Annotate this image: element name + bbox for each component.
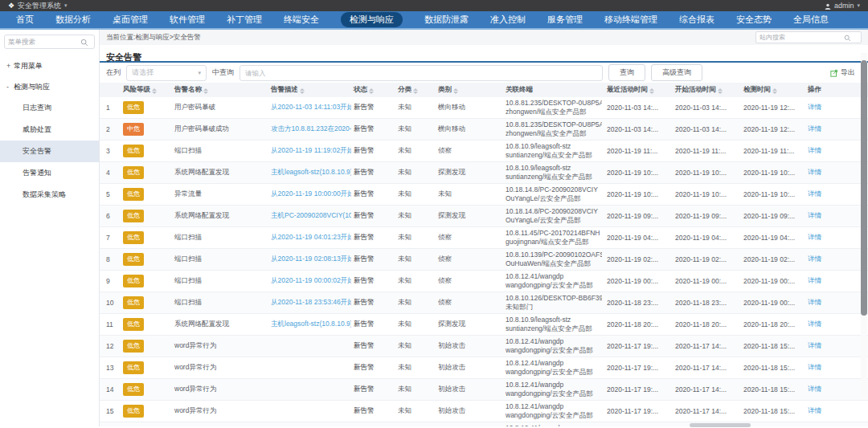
query-button[interactable]: 查询 [608, 64, 645, 81]
nav-item-12[interactable]: 安全态势 [736, 14, 772, 26]
detail-link[interactable]: 详情 [808, 168, 821, 176]
sort-icon[interactable] [453, 88, 458, 94]
table-row[interactable]: 3 低危 端口扫描 从2020-11-19 11:19:02开始到20 新告警 … [100, 141, 868, 162]
sort-icon[interactable] [413, 88, 418, 94]
table-row[interactable]: 8 低危 端口扫描 从2020-11-19 02:08:13开始到20 新告警 … [100, 249, 868, 271]
detail-link[interactable]: 详情 [808, 363, 821, 371]
column-header-2[interactable]: 告警名称 [172, 85, 268, 95]
sort-icon[interactable] [300, 88, 305, 94]
menu-search-input[interactable] [8, 38, 80, 46]
nav-item-8[interactable]: 准入控制 [490, 14, 526, 26]
menu-search-box[interactable] [4, 35, 95, 49]
detail-link[interactable]: 详情 [808, 190, 821, 198]
chevron-down-icon: ▾ [198, 70, 201, 76]
sort-icon[interactable] [772, 88, 777, 94]
alert-description-link[interactable]: 从2020-11-19 10:00:00开始至20 [271, 190, 351, 198]
nav-item-4[interactable]: 补丁管理 [227, 14, 262, 26]
table-row[interactable]: 2 中危 用户密码暴破成功 攻击方10.8.81.232在2020-11-03 … [100, 119, 868, 141]
detail-link[interactable]: 详情 [808, 103, 821, 111]
sort-icon[interactable] [649, 88, 654, 94]
table-row[interactable]: 6 低危 系统网络配置发现 主机PC-20090208VCIY(10.18.14… [100, 206, 868, 227]
sidebar-group[interactable]: +常用菜单 [0, 55, 99, 76]
detail-link[interactable]: 详情 [808, 255, 821, 263]
sidebar-item-数据采集策略[interactable]: 数据采集策略 [0, 184, 99, 206]
export-button[interactable]: 导出 [830, 67, 862, 78]
detail-link[interactable]: 详情 [808, 385, 821, 393]
table-row[interactable]: 10 低危 端口扫描 从2020-11-18 23:53:46开始到20 新告警… [100, 292, 868, 314]
alert-description-link[interactable]: 主机PC-20090208VCIY(10.18.14. [271, 211, 351, 219]
site-search-box[interactable] [755, 31, 862, 43]
alert-description-link[interactable]: 从2020-11-18 23:53:46开始到20 [271, 298, 351, 306]
table-row[interactable]: 14 低危 word异常行为 新告警 未知 初始攻击 10.8.12.41/wa… [100, 379, 868, 401]
query-input-box[interactable] [240, 65, 603, 81]
query-input[interactable] [245, 69, 597, 77]
column-header-9[interactable]: 开始活动时间 [673, 85, 741, 95]
column-header-6[interactable]: 类别 [436, 85, 503, 95]
last-activity-time: 2020-11-03 14:... [604, 104, 673, 112]
detail-link[interactable]: 详情 [808, 211, 821, 219]
brand[interactable]: ❖ 安全管理系统 ▾ [8, 1, 68, 11]
detail-link[interactable]: 详情 [808, 341, 821, 349]
detail-link[interactable]: 详情 [808, 320, 821, 328]
nav-item-6[interactable]: 检测与响应 [341, 12, 403, 27]
column-header-8[interactable]: 最近活动时间 [604, 85, 673, 95]
column-header-1[interactable]: 风险等级 [121, 85, 172, 95]
nav-item-11[interactable]: 综合报表 [679, 14, 714, 26]
row-number: 5 [100, 190, 121, 198]
nav-item-3[interactable]: 软件管理 [170, 14, 205, 26]
nav-item-13[interactable]: 全局信息 [793, 14, 829, 26]
column-select[interactable]: 请选择 ▾ [126, 65, 207, 81]
alert-description-link[interactable]: 从2020-11-03 14:11:03开始至20 [271, 103, 351, 111]
advanced-query-button[interactable]: 高级查询 [651, 64, 702, 81]
sidebar-item-告警通知[interactable]: 告警通知 [0, 162, 99, 184]
nav-item-7[interactable]: 数据防泄露 [424, 14, 469, 26]
detail-link[interactable]: 详情 [808, 124, 821, 132]
nav-item-2[interactable]: 桌面管理 [113, 14, 148, 26]
detail-link[interactable]: 详情 [808, 276, 821, 284]
alert-description-link[interactable]: 主机leagsoft-stz(10.8.10.9)在20 [271, 320, 351, 328]
nav-item-10[interactable]: 移动终端管理 [604, 14, 657, 26]
alert-description-link[interactable]: 从2020-11-19 00:00:02开始到20 [271, 276, 351, 284]
sort-icon[interactable] [152, 88, 157, 94]
table-row[interactable]: 9 低危 端口扫描 从2020-11-19 00:00:02开始到20 新告警 … [100, 271, 868, 292]
site-search-input[interactable] [760, 34, 844, 41]
detail-link[interactable]: 详情 [808, 146, 821, 154]
detail-link[interactable]: 详情 [808, 298, 821, 306]
nav-item-5[interactable]: 终端安全 [284, 14, 319, 26]
sidebar-item-安全告警[interactable]: 安全告警 [0, 141, 99, 162]
sidebar-item-日志查询[interactable]: 日志查询 [0, 97, 99, 119]
user-menu[interactable]: admin ▾ [825, 2, 860, 10]
column-header-4[interactable]: 状态 [351, 85, 395, 95]
nav-item-1[interactable]: 数据分析 [55, 14, 91, 26]
table-row[interactable]: 13 低危 word异常行为 新告警 未知 初始攻击 10.8.12.41/wa… [100, 357, 868, 379]
alert-description-link[interactable]: 从2020-11-19 04:01:23开始到20 [271, 233, 351, 241]
nav-item-9[interactable]: 服务管理 [547, 14, 583, 26]
horizontal-scrollbar-thumb[interactable] [690, 423, 751, 427]
column-header-3[interactable]: 告警描述 [268, 85, 351, 95]
nav-item-0[interactable]: 首页 [16, 14, 34, 26]
sort-icon[interactable] [369, 88, 374, 94]
vertical-scrollbar-thumb[interactable] [861, 60, 867, 316]
table-row[interactable]: 11 低危 系统网络配置发现 主机leagsoft-stz(10.8.10.9)… [100, 314, 868, 336]
table-row[interactable]: 15 低危 word异常行为 新告警 未知 初始攻击 10.8.12.41/wa… [100, 401, 868, 422]
column-header-5[interactable]: 分类 [395, 85, 436, 95]
sort-icon[interactable] [203, 88, 208, 94]
table-row[interactable]: 5 低危 异常流量 从2020-11-19 10:00:00开始至20 新告警 … [100, 184, 868, 206]
alert-description-link[interactable]: 从2020-11-19 02:08:13开始到20 [271, 255, 351, 263]
table-row[interactable]: 1 低危 用户密码暴破 从2020-11-03 14:11:03开始至20 新告… [100, 97, 868, 119]
start-activity-time: 2020-11-03 14:... [673, 104, 741, 112]
column-header-10[interactable]: 检测时间 [741, 85, 805, 95]
detail-link[interactable]: 详情 [808, 233, 821, 241]
sidebar-group[interactable]: -检测与响应 [0, 76, 99, 97]
alert-description-link[interactable]: 主机leagsoft-stz(10.8.10.9)在20 [271, 168, 351, 176]
alert-description-link[interactable]: 攻击方10.8.81.232在2020-11-03 [271, 124, 351, 132]
sort-icon[interactable] [718, 88, 723, 94]
table-row[interactable]: 7 低危 端口扫描 从2020-11-19 04:01:23开始到20 新告警 … [100, 227, 868, 249]
alert-description-link[interactable]: 从2020-11-19 11:19:02开始到20 [271, 146, 351, 154]
table-row[interactable]: 12 低危 word异常行为 新告警 未知 初始攻击 10.8.12.41/wa… [100, 336, 868, 357]
sidebar-item-威胁处置[interactable]: 威胁处置 [0, 119, 99, 141]
detail-link[interactable]: 详情 [808, 406, 821, 414]
table-row[interactable]: 4 低危 系统网络配置发现 主机leagsoft-stz(10.8.10.9)在… [100, 162, 868, 184]
table-row[interactable]: 16 低危 word异常行为 新告警 未知 初始攻击 10.8.12.41/wa… [100, 422, 868, 426]
row-number: 2 [100, 125, 121, 133]
